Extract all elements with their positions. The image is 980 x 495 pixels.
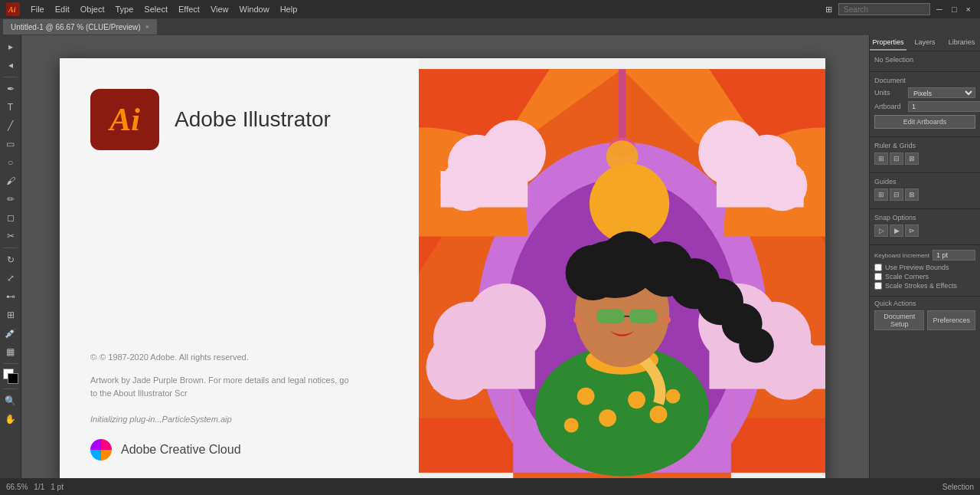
- document-tab[interactable]: Untitled-1 @ 66.67 % (CLUE/Preview) ×: [3, 19, 157, 34]
- search-input[interactable]: [838, 3, 930, 15]
- hand-tool[interactable]: ✋: [2, 411, 19, 428]
- menu-bar: Ai File Edit Object Type Select Effect V…: [0, 0, 980, 18]
- line-tool[interactable]: ╱: [2, 117, 19, 134]
- rulers-grids-title: Ruler & Grids: [874, 142, 975, 149]
- close-icon[interactable]: ×: [963, 3, 974, 15]
- scale-corners-checkbox[interactable]: [874, 273, 882, 280]
- preferences-btn[interactable]: Preferences: [927, 310, 975, 330]
- keyboard-input[interactable]: [933, 250, 975, 261]
- splash-title: Adobe Illustrator: [175, 107, 331, 132]
- units-label: Units: [874, 89, 905, 97]
- scissors-tool[interactable]: ✂: [2, 228, 19, 244]
- size-info: 1 pt: [51, 483, 64, 491]
- quick-actions-section: Quick Actions Document Setup Preferences: [870, 297, 980, 333]
- document-section: Document Units Pixels Artboard ▼ Edit Ar…: [870, 72, 980, 137]
- menu-effect[interactable]: Effect: [174, 3, 204, 15]
- free-transform-tool[interactable]: ⊞: [2, 307, 19, 323]
- svg-point-49: [575, 240, 655, 298]
- snap-icon1[interactable]: ▷: [874, 225, 888, 237]
- pen-tool[interactable]: ✒: [2, 80, 19, 97]
- svg-point-33: [577, 388, 595, 405]
- brush-tool[interactable]: 🖌: [2, 172, 19, 189]
- artboard-info: 1/1: [34, 483, 44, 491]
- ruler-icon[interactable]: ⊞: [874, 152, 888, 165]
- svg-text:Ai: Ai: [8, 5, 16, 14]
- pencil-tool[interactable]: ✏: [2, 191, 19, 208]
- menu-select[interactable]: Select: [139, 3, 172, 15]
- menu-window[interactable]: Window: [235, 3, 274, 15]
- menu-type[interactable]: Type: [111, 3, 139, 15]
- splash-screen: Ai Adobe Illustrator © © 1987-2020 Adobe…: [60, 58, 825, 478]
- scale-strokes-label: Scale Strokes & Effects: [885, 282, 957, 290]
- selection-tool[interactable]: ▸: [2, 38, 19, 55]
- rulers-icon-row: ⊞ ⊟ ⊠: [874, 152, 975, 165]
- eyedropper-tool[interactable]: 💉: [2, 325, 19, 342]
- main-layout: ▸ ◂ ✒ T ╱ ▭ ○ 🖌 ✏ ◻ ✂ ↻ ⤢ ⊷ ⊞ 💉 ▦ 🔍 ✋: [0, 35, 980, 478]
- background-color[interactable]: [8, 373, 18, 384]
- splash-content: © © 1987-2020 Adobe. All rights reserved…: [90, 173, 388, 439]
- svg-point-36: [649, 405, 667, 423]
- menu-edit[interactable]: Edit: [51, 3, 74, 15]
- tool-separator-1: [4, 77, 18, 77]
- svg-rect-24: [440, 171, 528, 207]
- color-boxes[interactable]: [3, 369, 18, 384]
- zoom-tool[interactable]: 🔍: [2, 392, 19, 409]
- tab-properties[interactable]: Properties: [870, 35, 906, 51]
- rotate-tool[interactable]: ↻: [2, 251, 19, 268]
- quick-actions-title: Quick Actions: [874, 300, 975, 307]
- tab-close-btn[interactable]: ×: [145, 23, 149, 31]
- eraser-tool[interactable]: ◻: [2, 209, 19, 226]
- canvas-area[interactable]: Ai Adobe Illustrator © © 1987-2020 Adobe…: [21, 35, 869, 478]
- no-selection-title: No Selection: [874, 56, 975, 64]
- artboard-input[interactable]: [908, 101, 980, 112]
- splash-illustration: [419, 58, 825, 478]
- guide-icon2[interactable]: ⊟: [890, 188, 903, 201]
- rect-tool[interactable]: ▭: [2, 136, 19, 152]
- snap-icon2[interactable]: ▶: [890, 225, 903, 237]
- app-logo-icon: Ai: [6, 2, 20, 16]
- svg-point-31: [606, 140, 639, 172]
- grid2-icon[interactable]: ⊠: [905, 152, 919, 165]
- menu-right-controls: ⊞ ─ □ ×: [822, 3, 974, 16]
- svg-rect-51: [629, 309, 657, 323]
- guide-icon1[interactable]: ⊞: [874, 188, 888, 201]
- zoom-level[interactable]: 66.5%: [6, 483, 28, 491]
- menu-object[interactable]: Object: [76, 3, 109, 15]
- maximize-icon[interactable]: □: [949, 3, 960, 15]
- menu-view[interactable]: View: [206, 3, 234, 15]
- tab-libraries[interactable]: Libraries: [943, 35, 980, 51]
- artboard-row: Artboard ▼: [874, 101, 975, 112]
- preview-bounds-checkbox[interactable]: [874, 264, 882, 271]
- splash-artwork: [419, 58, 825, 478]
- scale-tool[interactable]: ⤢: [2, 270, 19, 287]
- units-select[interactable]: Pixels: [908, 87, 975, 98]
- arrange-icon[interactable]: ⊞: [822, 3, 835, 16]
- type-tool[interactable]: T: [2, 99, 19, 116]
- splash-artwork-credit: Artwork by Jade Purple Brown. For more d…: [90, 374, 351, 399]
- document-setup-btn[interactable]: Document Setup: [874, 310, 924, 330]
- menu-file[interactable]: File: [26, 3, 49, 15]
- minimize-icon[interactable]: ─: [933, 3, 946, 15]
- tab-label: Untitled-1 @ 66.67 % (CLUE/Preview): [11, 23, 141, 31]
- copyright-symbol: ©: [90, 352, 96, 362]
- svg-rect-16: [433, 346, 535, 389]
- gradient-tool[interactable]: ▦: [2, 343, 19, 360]
- splash-footer-text: Adobe Creative Cloud: [121, 443, 241, 457]
- menu-help[interactable]: Help: [276, 3, 302, 15]
- guides-icon-row: ⊞ ⊟ ⊠: [874, 188, 975, 201]
- tab-layers[interactable]: Layers: [906, 35, 943, 51]
- width-tool[interactable]: ⊷: [2, 288, 19, 305]
- snap-icon3[interactable]: ⊳: [905, 225, 919, 237]
- splash-header: Ai Adobe Illustrator: [90, 89, 388, 173]
- scale-strokes-checkbox[interactable]: [874, 282, 882, 290]
- right-panel: Properties Layers Libraries No Selection…: [869, 35, 980, 478]
- artboard-label: Artboard: [874, 103, 905, 110]
- ellipse-tool[interactable]: ○: [2, 154, 19, 171]
- guide-icon3[interactable]: ⊠: [905, 188, 919, 201]
- svg-point-54: [663, 316, 670, 323]
- edit-artboards-btn[interactable]: Edit Artboards: [874, 115, 975, 129]
- direct-select-tool[interactable]: ◂: [2, 57, 19, 74]
- grid-icon[interactable]: ⊟: [890, 152, 903, 165]
- panel-tabs: Properties Layers Libraries: [870, 35, 980, 51]
- tool-info: Selection: [942, 483, 974, 491]
